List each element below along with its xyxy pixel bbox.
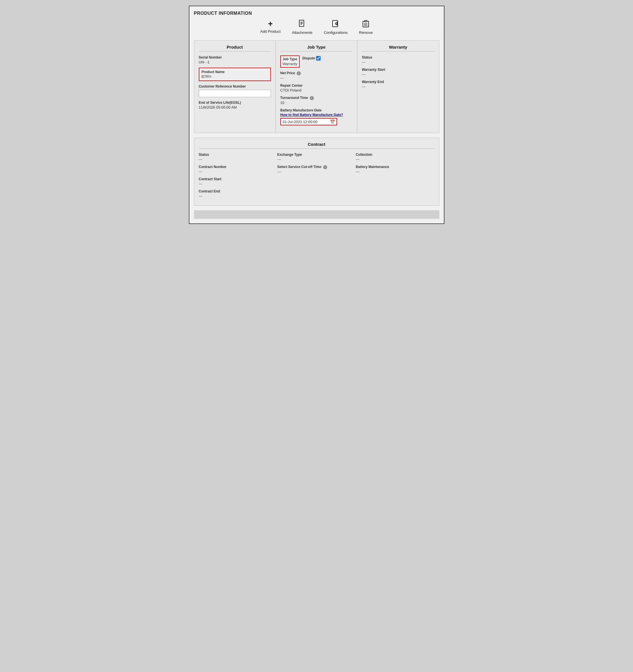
add-product-button[interactable]: + Add Product <box>260 20 281 35</box>
dispute-field: Dispute <box>302 56 321 61</box>
service-cutoff-label: Select Service Cut-off Time i <box>277 165 351 169</box>
turnaround-label: Turnaround Time i <box>280 96 352 100</box>
warranty-end-field: Warranty End — <box>362 80 434 89</box>
warranty-status-label: Status <box>362 55 434 59</box>
contract-col-2: Exchange Type — Select Service Cut-off T… <box>277 153 356 201</box>
warranty-section-header: Warranty <box>362 45 434 51</box>
warranty-start-value: — <box>362 72 434 76</box>
turnaround-value: 10 <box>280 101 352 105</box>
serial-number-field: Serial Number UN- -1 <box>199 55 271 64</box>
configurations-label: Configurations <box>324 30 348 35</box>
net-price-info-icon[interactable]: i <box>297 71 301 75</box>
collection-label: Collection <box>356 153 430 157</box>
contract-status-label: Status <box>199 153 273 157</box>
svg-rect-8 <box>365 21 367 22</box>
warranty-end-value: — <box>362 85 434 89</box>
configurations-icon <box>332 20 339 29</box>
battery-maintenance-value: — <box>356 169 430 174</box>
svg-point-5 <box>335 23 337 24</box>
job-type-section-header: Job Type <box>280 45 352 51</box>
net-price-label: Net Price i <box>280 71 352 75</box>
service-cutoff-value: — <box>277 170 351 174</box>
collection-value: — <box>356 157 430 162</box>
job-type-section: Job Type Job Type Warranty Dispute Net P… <box>276 41 357 133</box>
eosl-value: 11/8/2026 05:00:00 AM <box>199 105 271 110</box>
job-type-label: Job Type <box>283 57 297 61</box>
customer-ref-label: Customer Reference Number <box>199 85 271 89</box>
job-type-row: Job Type Warranty Dispute <box>280 55 352 68</box>
contract-status-value: — <box>199 157 273 162</box>
battery-mfg-label: Battery Manufacture Date <box>280 108 352 112</box>
product-section-header: Product <box>199 45 271 51</box>
contract-col-1: Status — Contract Number — Contract Star… <box>199 153 277 201</box>
serial-number-label: Serial Number <box>199 55 271 59</box>
product-section: Product Serial Number UN- -1 Product Nam… <box>194 41 276 133</box>
contract-number-label: Contract Number <box>199 165 273 169</box>
turnaround-info-icon[interactable]: i <box>310 96 314 100</box>
contract-end-field: Contract End — <box>199 189 273 198</box>
product-information-panel: PRODUCT INFORMATION + Add Product Attach… <box>189 6 445 224</box>
battery-maintenance-label: Battery Maintenance <box>356 165 430 169</box>
contract-number-field: Contract Number — <box>199 165 273 174</box>
contract-section-header: Contract <box>199 142 434 149</box>
warranty-start-field: Warranty Start — <box>362 68 434 76</box>
battery-mfg-field: Battery Manufacture Date How to find Bat… <box>280 108 352 125</box>
product-name-highlighted: Product Name BTRY- <box>199 68 271 81</box>
contract-start-field: Contract Start — <box>199 177 273 186</box>
serial-number-value: UN- -1 <box>199 60 271 64</box>
warranty-status-value: — <box>362 60 434 64</box>
contract-section: Contract Status — Contract Number — Cont… <box>194 138 439 206</box>
customer-ref-input[interactable] <box>199 90 271 97</box>
remove-icon <box>362 20 369 29</box>
battery-date-input[interactable]: 31-Jul-2023 12:00:00 📅 <box>280 118 337 125</box>
contract-end-label: Contract End <box>199 189 273 193</box>
configurations-button[interactable]: Configurations <box>324 20 348 35</box>
net-price-value: — <box>280 76 352 80</box>
contract-grid: Status — Contract Number — Contract Star… <box>199 153 434 201</box>
product-name-label: Product Name <box>202 70 268 74</box>
calendar-icon[interactable]: 📅 <box>330 119 335 124</box>
contract-start-value: — <box>199 182 273 186</box>
eosl-field: End of Service Life(EOSL) 11/8/2026 05:0… <box>199 101 271 110</box>
battery-mfg-link[interactable]: How to find Battery Manufacture Date? <box>280 113 352 117</box>
bottom-bar <box>194 210 439 219</box>
turnaround-field: Turnaround Time i 10 <box>280 96 352 105</box>
repair-center-value: CTDI Poland <box>280 88 352 92</box>
attachments-icon <box>299 20 306 29</box>
eosl-label: End of Service Life(EOSL) <box>199 101 271 104</box>
attachments-label: Attachments <box>292 30 312 35</box>
exchange-type-label: Exchange Type <box>277 153 351 157</box>
dispute-checkbox[interactable] <box>316 56 321 61</box>
remove-label: Remove <box>359 30 373 35</box>
collection-field: Collection — <box>356 153 430 162</box>
repair-center-label: Repair Center <box>280 83 352 88</box>
page-title: PRODUCT INFORMATION <box>194 11 439 16</box>
dispute-label: Dispute <box>302 56 315 60</box>
exchange-type-value: — <box>277 157 351 162</box>
warranty-end-label: Warranty End <box>362 80 434 84</box>
net-price-field: Net Price i — <box>280 71 352 80</box>
service-cutoff-field: Select Service Cut-off Time i — <box>277 165 351 174</box>
service-cutoff-info-icon[interactable]: i <box>323 165 327 169</box>
contract-col-3: Collection — Battery Maintenance — <box>356 153 434 201</box>
contract-status-field: Status — <box>199 153 273 162</box>
toolbar: + Add Product Attachments <box>194 20 439 35</box>
battery-date-value: 31-Jul-2023 12:00:00 <box>283 120 328 124</box>
add-product-icon: + <box>268 20 273 28</box>
job-type-highlighted: Job Type Warranty <box>280 55 300 68</box>
warranty-status-field: Status — <box>362 55 434 64</box>
customer-ref-field: Customer Reference Number <box>199 85 271 97</box>
product-name-value: BTRY- <box>202 74 268 79</box>
warranty-start-label: Warranty Start <box>362 68 434 72</box>
repair-center-field: Repair Center CTDI Poland <box>280 83 352 92</box>
contract-number-value: — <box>199 169 273 174</box>
remove-button[interactable]: Remove <box>359 20 373 35</box>
attachments-button[interactable]: Attachments <box>292 20 312 35</box>
contract-start-label: Contract Start <box>199 177 273 181</box>
job-type-value: Warranty <box>283 62 297 66</box>
add-product-label: Add Product <box>260 29 281 33</box>
exchange-type-field: Exchange Type — <box>277 153 351 162</box>
info-sections: Product Serial Number UN- -1 Product Nam… <box>194 40 439 133</box>
battery-maintenance-field: Battery Maintenance — <box>356 165 430 174</box>
contract-end-value: — <box>199 194 273 198</box>
